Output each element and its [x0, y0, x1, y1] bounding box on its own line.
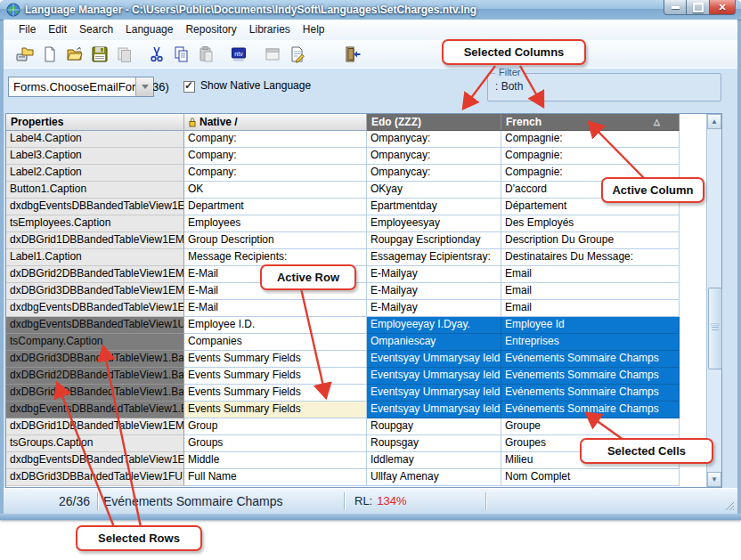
show-native-checkbox[interactable]: ✓ [183, 81, 195, 93]
cell-property[interactable]: dxDBGrid2DBBandedTableView1.Bands [6, 368, 184, 385]
new-file-icon[interactable] [39, 44, 61, 65]
cell-edo[interactable]: Ompanycay: [367, 148, 501, 165]
cell-edo[interactable]: Iddlemay [367, 452, 501, 469]
cell-property[interactable]: dxDBGrid1DBBandedTableView1.Bands [6, 385, 184, 402]
cell-property[interactable]: dxDBGrid1DBBandedTableView1EMP_G [6, 232, 184, 249]
cell-property[interactable]: dxdbgEventsDBBandedTableView1EMP_ [6, 300, 184, 317]
cell-edo[interactable]: Employeesyay [367, 215, 501, 232]
column-header-properties[interactable]: Properties [6, 114, 184, 131]
resize-grip[interactable] [723, 499, 734, 510]
scroll-up-button[interactable]: ▲ [707, 114, 721, 129]
cell-french[interactable]: Email [501, 266, 680, 283]
menu-language[interactable]: Language [119, 20, 179, 40]
cell-property[interactable]: Label1.Caption [6, 249, 184, 266]
open-file-icon[interactable] [64, 44, 86, 65]
cell-french[interactable]: Evénements Sommaire Champs [501, 385, 680, 402]
cell-edo[interactable]: OKyay [367, 182, 501, 199]
cell-native[interactable]: Middle [184, 452, 367, 469]
cell-property[interactable]: tsCompany.Caption [6, 334, 184, 351]
cell-edo[interactable]: Ompanycay: [367, 165, 501, 182]
copy-icon[interactable] [171, 44, 192, 65]
column-header-edo-zzz[interactable]: Edo (ZZZ) [367, 114, 501, 131]
cell-french[interactable]: Compagnie: [501, 131, 680, 148]
form-selector-combobox[interactable]: Forms.ChooseEmailForm (36) [8, 77, 154, 97]
cut-icon[interactable] [146, 44, 167, 65]
cell-edo[interactable]: Eventsyay Ummarysay Ieldsfay [367, 402, 501, 418]
cell-edo[interactable]: Eventsyay Ummarysay Ieldsfay [367, 368, 501, 385]
cell-edo[interactable]: Epartmentday [367, 199, 501, 215]
cell-french[interactable]: Groupe [501, 418, 680, 435]
cell-native[interactable]: Events Summary Fields [184, 368, 367, 385]
cell-native[interactable]: Company: [184, 165, 367, 182]
cell-french[interactable]: Nom Complet [501, 469, 680, 486]
cell-native[interactable]: Group Description [184, 232, 367, 249]
close-button[interactable]: ✕ [709, 0, 736, 15]
cell-native[interactable]: Events Summary Fields [184, 385, 367, 402]
cell-property[interactable]: Label3.Caption [6, 148, 184, 165]
cell-french[interactable]: Evénements Sommaire Champs [501, 368, 680, 385]
menu-repository[interactable]: Repository [179, 20, 242, 40]
restore-button[interactable] [687, 0, 709, 15]
cell-property[interactable]: dxDBGrid3DBBandedTableView1.Bands [6, 351, 184, 368]
cell-french[interactable]: Email [501, 283, 680, 300]
exit-icon[interactable] [342, 44, 363, 65]
cell-french[interactable]: Destinataires Du Message: [501, 249, 680, 266]
cell-french[interactable]: Employee Id [501, 317, 680, 334]
cell-french[interactable]: Evénements Sommaire Champs [501, 351, 680, 368]
cell-property[interactable]: tsGroups.Caption [6, 435, 184, 452]
cell-french[interactable]: Description Du Groupe [501, 232, 680, 249]
combo-dropdown-button[interactable] [135, 77, 153, 96]
cell-french[interactable]: Evénements Sommaire Champs [501, 402, 680, 418]
cell-native[interactable]: Group [184, 418, 367, 435]
cell-property[interactable]: dxDBGrid2DBBandedTableView1EMAIL1 [6, 266, 184, 283]
cell-edo[interactable]: E-Mailyay [367, 300, 501, 317]
cell-property[interactable]: dxdbgEventsDBBandedTableView1EMP_ [6, 199, 184, 215]
cell-native[interactable]: Department [184, 199, 367, 215]
cell-edo[interactable]: Essagemay Ecipientsray: [367, 249, 501, 266]
cell-property[interactable]: dxDBGrid3DBBandedTableView1FULL_N [6, 469, 184, 486]
cell-edo[interactable]: Eventsyay Ummarysay Ieldsfay [367, 385, 501, 402]
vertical-scrollbar[interactable]: ▲ ▼ [706, 114, 721, 487]
cell-property[interactable]: Button1.Caption [6, 182, 184, 199]
scroll-down-button[interactable]: ▼ [707, 472, 721, 487]
column-header-french[interactable]: French△ [501, 114, 680, 131]
cell-edo[interactable]: E-Mailyay [367, 283, 501, 300]
save-icon[interactable] [89, 44, 110, 65]
cell-edo[interactable]: E-Mailyay [367, 266, 501, 283]
title-bar[interactable]: Language Manager - C:\Users\Public\Docum… [0, 0, 741, 20]
cell-native[interactable]: E-Mail [184, 300, 367, 317]
menu-libraries[interactable]: Libraries [243, 20, 297, 40]
cell-property[interactable]: Label2.Caption [6, 165, 184, 182]
cell-edo[interactable]: Ullfay Amenay [367, 469, 501, 486]
cell-property[interactable]: dxdbgEventsDBBandedTableView1EMP_ [6, 452, 184, 469]
cell-edo[interactable]: Roupsgay [367, 435, 501, 452]
menu-search[interactable]: Search [73, 20, 119, 40]
scrollbar-thumb[interactable] [708, 288, 722, 369]
cell-edo[interactable]: Eventsyay Ummarysay Ieldsfay [367, 351, 501, 368]
edit-doc-icon[interactable] [287, 44, 308, 65]
cell-french[interactable]: Des Employés [501, 215, 680, 232]
cell-edo[interactable]: Roupgay [367, 418, 501, 435]
cell-native[interactable]: Events Summary Fields [184, 402, 367, 418]
menu-help[interactable]: Help [297, 20, 331, 40]
menu-file[interactable]: File [12, 20, 42, 40]
cell-property[interactable]: dxDBGrid1DBBandedTableView1EMP_G [6, 418, 184, 435]
cell-property[interactable]: Label4.Caption [6, 131, 184, 148]
cell-edo[interactable]: Employeeyay I.Dyay. [367, 317, 501, 334]
cell-native[interactable]: Full Name [184, 469, 367, 486]
cell-french[interactable]: Entreprises [501, 334, 680, 351]
cell-edo[interactable]: Ompaniescay [367, 334, 501, 351]
cell-native[interactable]: Groups [184, 435, 367, 452]
cell-edo[interactable]: Ompanycay: [367, 131, 501, 148]
minimize-button[interactable] [664, 0, 687, 15]
cell-native[interactable]: Events Summary Fields [184, 351, 367, 368]
cell-french[interactable]: Email [501, 300, 680, 317]
cell-property[interactable]: dxdbgEventsDBBandedTableView1USER [6, 317, 184, 334]
ntv-file-icon[interactable]: ntv [228, 44, 249, 65]
cell-property[interactable]: dxDBGrid3DBBandedTableView1EMAIL1 [6, 283, 184, 300]
cell-french[interactable]: Compagnie: [501, 148, 680, 165]
cell-property[interactable]: dxdbgEventsDBBandedTableView1.Bands [6, 402, 184, 418]
cell-native[interactable]: Company: [184, 148, 367, 165]
cell-edo[interactable]: Roupgay Escriptionday [367, 232, 501, 249]
cell-native[interactable]: Company: [184, 131, 367, 148]
